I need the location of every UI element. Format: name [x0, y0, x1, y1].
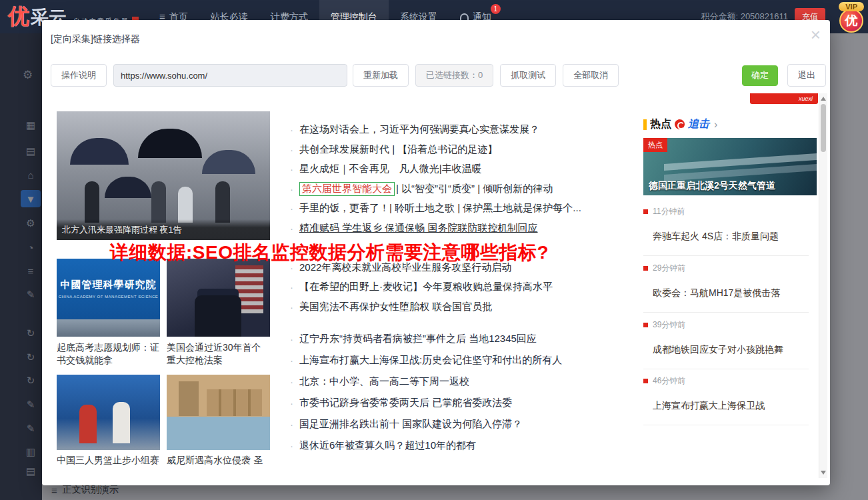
umbrella-shape: [138, 129, 202, 158]
news-link-text[interactable]: 辽宁丹东“持黄码者看病被拦”事件之后 当地12345回应: [299, 333, 537, 345]
hotspot-title[interactable]: 奔驰车起火 4S店：非质量问题: [653, 231, 809, 243]
bullet-icon: [290, 397, 293, 409]
news-link[interactable]: 手里的饭，更香了！| 聆听土地之歌 | 保护黑土地就是保护每个...: [290, 199, 667, 219]
news-link-text[interactable]: 市委书记跻身省委常委两天后 已掌舵省委政法委: [299, 397, 512, 409]
umbrella-shape: [202, 150, 255, 174]
news-link-text[interactable]: 手里的饭，更香了！| 聆听土地之歌 | 保护黑土地就是保护每个...: [299, 202, 581, 215]
help-button[interactable]: 操作说明: [51, 64, 107, 87]
news-link-text[interactable]: 【在希望的田野上·麦收记】今年夏粮收购总量保持高水平: [299, 281, 553, 293]
news-card-caption[interactable]: 中国三人男篮止步小组赛: [57, 455, 160, 467]
hotspot-item[interactable]: 11分钟前 奔驰车起火 4S店：非质量问题: [643, 200, 809, 256]
news-link-text[interactable]: 在这场对话会上，习近平为何强调要真心实意谋发展？: [299, 123, 539, 136]
red-square-icon: [643, 266, 648, 271]
news-link[interactable]: 辽宁丹东“持黄码者看病被拦”事件之后 当地12345回应: [290, 328, 667, 349]
logo-text: 优: [8, 2, 29, 31]
hotspot-lead-caption: 德国正重启北溪2号天然气管道: [649, 180, 814, 192]
hotspot-time: 39分钟前: [643, 319, 809, 331]
vip-badge: VIP: [839, 2, 864, 11]
scrollbar-thumb[interactable]: [821, 104, 826, 152]
hotspot-item[interactable]: 39分钟前 成都地铁回应女子对小孩跳艳舞: [643, 313, 809, 369]
bullet-icon: [290, 440, 293, 451]
ad-banner[interactable]: xuexi: [750, 93, 818, 104]
chevron-right-icon: ›: [714, 119, 717, 131]
accent-bar: [643, 119, 647, 130]
news-link[interactable]: 上海宣布打赢大上海保卫战:历史会记住坚守和付出的所有人: [290, 349, 667, 371]
hotspot-header[interactable]: 热点 追击 ›: [643, 117, 717, 131]
gun-bill-news-image[interactable]: [167, 259, 270, 337]
news-link-text[interactable]: 共创全球发展新时代 | 【沿着总书记的足迹】: [299, 143, 497, 156]
selected-link-box[interactable]: 第六届世界智能大会: [299, 182, 395, 196]
hero-news-image[interactable]: 北方入汛来最强降雨过程 夜1告: [57, 111, 270, 240]
news-link-text[interactable]: 精准赋码 学生返乡 保通保畅 国务院联防联控机制回应: [299, 222, 538, 235]
news-card-caption[interactable]: 美国会通过近30年首个重大控枪法案: [167, 341, 270, 368]
news-link-list: 在这场对话会上，习近平为何强调要真心实意谋发展？ 共创全球发展新时代 | 【沿着…: [290, 120, 667, 456]
news-link[interactable]: 共创全球发展新时代 | 【沿着总书记的足迹】: [290, 140, 667, 160]
scroll-up-arrow-icon[interactable]: [821, 97, 826, 101]
hotspot-item[interactable]: 29分钟前 欧委会：马航MH17是被俄击落: [643, 257, 809, 313]
news-link[interactable]: 在这场对话会上，习近平为何强调要真心实意谋发展？: [290, 120, 667, 140]
hotspot-chase-label: 追击: [688, 117, 709, 131]
news-link-text[interactable]: 美国宪法不再保护女性堕胎权 联合国官员批: [299, 301, 492, 313]
hotspot-title[interactable]: 上海宣布打赢大上海保卫战: [653, 400, 809, 412]
news-link[interactable]: 美国宪法不再保护女性堕胎权 联合国官员批: [290, 297, 667, 317]
bullet-icon: [290, 163, 293, 175]
news-link-text[interactable]: 北京：中小学、高一高二等下周一返校: [299, 375, 469, 388]
news-link[interactable]: 北京：中小学、高一高二等下周一返校: [290, 371, 667, 392]
news-link[interactable]: 星火成炬｜不舍再见 凡人微光|丰收温暖: [290, 159, 667, 179]
hotspot-item[interactable]: 46分钟前 上海宣布打赢大上海保卫战: [643, 369, 809, 425]
news-link-highlighted[interactable]: 第六届世界智能大会 | 以“智变”引“质变” | 倾听创新的律动: [290, 179, 667, 199]
webpage-scrollbar[interactable]: [819, 93, 827, 478]
person-shape: [85, 181, 99, 223]
exit-button[interactable]: 退出: [787, 64, 826, 87]
red-square-icon: [643, 379, 648, 383]
close-icon[interactable]: ×: [811, 23, 821, 47]
hot-badge: 热点: [643, 138, 667, 152]
basketball-news-image[interactable]: [57, 375, 160, 450]
reload-button[interactable]: 重新加载: [353, 64, 409, 87]
bullet-icon: [290, 281, 293, 293]
hotspot-lead-image[interactable]: 热点 德国正重启北溪2号天然气管道: [643, 138, 817, 195]
seo-overlay-watermark: 详细数据:SEO排名监控数据分析需要注意哪些指标?: [110, 240, 549, 265]
news-card-caption[interactable]: 威尼斯遇高水位侵袭 圣: [167, 455, 270, 467]
news-link-text[interactable]: 退休近6年被查算久吗？超过10年的都有: [299, 439, 476, 452]
bullet-icon: [290, 223, 293, 234]
hero-caption: 北方入汛来最强降雨过程 夜1告: [57, 219, 270, 240]
red-square-icon: [643, 323, 648, 327]
venice-news-image[interactable]: [167, 375, 270, 450]
bullet-icon: [290, 355, 293, 366]
news-link[interactable]: 市委书记跻身省委常委两天后 已掌舵省委政法委: [290, 392, 667, 413]
news-link-text[interactable]: 星火成炬｜不舍再见 凡人微光|丰收温暖: [299, 163, 482, 175]
news-link-text[interactable]: 国足亚洲排名跌出前十 国家队建设为何陷入停滞？: [299, 418, 522, 431]
bullet-icon: [290, 183, 293, 195]
news-link[interactable]: 精准赋码 学生返乡 保通保畅 国务院联防联控机制回应: [290, 219, 667, 239]
news-card-caption[interactable]: 起底高考志愿规划师：证书交钱就能拿: [57, 341, 160, 368]
news-link-text[interactable]: | 以“智变”引“质变” | 倾听创新的律动: [396, 183, 553, 195]
modal-toolbar: 操作说明 重新加载 已选链接数：0 抓取测试 全部取消 确定 退出: [51, 64, 826, 87]
news-link-text[interactable]: 上海宣布打赢大上海保卫战:历史会记住坚守和付出的所有人: [299, 354, 562, 367]
news-link[interactable]: 国足亚洲排名跌出前十 国家队建设为何陷入停滞？: [290, 413, 667, 435]
hotspot-title[interactable]: 成都地铁回应女子对小孩跳艳舞: [653, 344, 809, 356]
umbrella-shape: [105, 177, 151, 198]
floating-logo-widget[interactable]: 优: [839, 9, 863, 33]
embedded-webpage: xuexi 北方入汛来最强降雨过程 夜1告 在这场对话会上，习近平为何强调要真心…: [57, 93, 827, 478]
selected-links-count: 已选链接数：0: [415, 64, 493, 87]
bullet-icon: [290, 301, 293, 313]
news-link[interactable]: 【在希望的田野上·麦收记】今年夏粮收购总量保持高水平: [290, 277, 667, 297]
news-link[interactable]: 退休近6年被查算久吗？超过10年的都有: [290, 435, 667, 456]
bullet-icon: [290, 203, 293, 214]
person-shape: [178, 187, 193, 223]
hotspot-time: 29分钟前: [643, 263, 809, 274]
url-input[interactable]: [113, 64, 347, 87]
academy-news-image[interactable]: 中國管理科學研究院 CHINA ACADEMY OF MANAGEMENT SC…: [57, 259, 160, 337]
notification-badge: 1: [491, 4, 501, 14]
grab-test-button[interactable]: 抓取测试: [500, 64, 556, 87]
hotspot-title[interactable]: 欧委会：马航MH17是被俄击落: [653, 287, 809, 299]
scroll-down-arrow-icon[interactable]: [821, 471, 826, 475]
bullet-icon: [290, 333, 293, 345]
hotspot-time: 46分钟前: [643, 375, 809, 387]
person-shape: [215, 181, 230, 223]
umbrella-shape: [70, 138, 129, 165]
cancel-all-button[interactable]: 全部取消: [563, 64, 619, 87]
confirm-button[interactable]: 确定: [742, 65, 778, 86]
link-selector-modal: [定向采集]链接选择器 × 操作说明 重新加载 已选链接数：0 抓取测试 全部取…: [42, 20, 830, 485]
